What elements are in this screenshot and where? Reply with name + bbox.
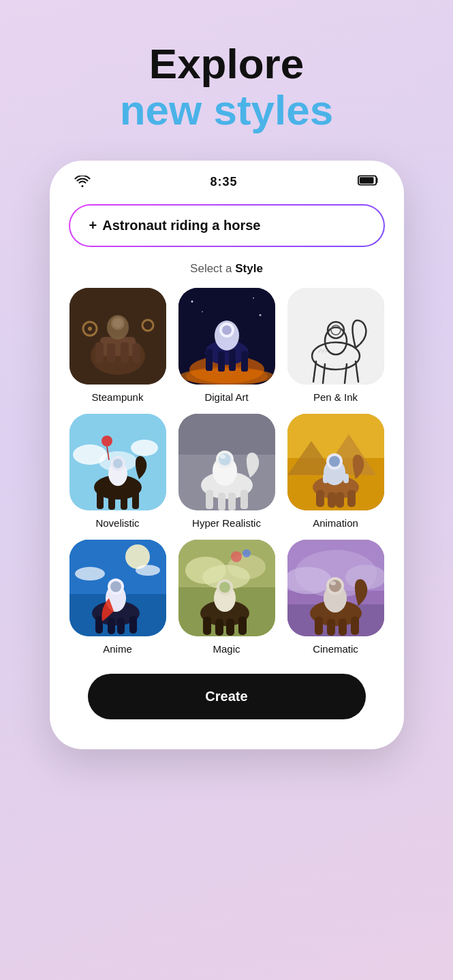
svg-rect-5 bbox=[95, 342, 104, 363]
create-button[interactable]: Create bbox=[88, 674, 366, 719]
svg-rect-74 bbox=[328, 492, 336, 508]
svg-rect-1 bbox=[359, 178, 373, 184]
style-item-anime[interactable]: Anime bbox=[69, 540, 167, 655]
svg-rect-117 bbox=[315, 617, 323, 635]
status-bar: 8:35 bbox=[50, 161, 404, 197]
phone-content: + Astronaut riding a horse Select a Styl… bbox=[50, 197, 404, 722]
hero-line2: new styles bbox=[120, 87, 334, 133]
hero-line1: Explore bbox=[120, 41, 334, 87]
svg-rect-118 bbox=[327, 619, 335, 636]
style-item-hyper-realistic[interactable]: Hyper Realistic bbox=[178, 414, 276, 529]
svg-point-54 bbox=[113, 459, 123, 468]
svg-point-18 bbox=[179, 368, 275, 385]
svg-rect-80 bbox=[323, 474, 328, 483]
svg-rect-106 bbox=[238, 617, 247, 635]
style-item-magic[interactable]: Magic bbox=[178, 540, 276, 655]
style-img-novelistic bbox=[69, 414, 166, 510]
wifi-icon bbox=[74, 176, 91, 188]
svg-point-55 bbox=[101, 436, 112, 446]
style-img-cinematic bbox=[287, 540, 384, 636]
svg-point-11 bbox=[113, 318, 123, 328]
svg-rect-6 bbox=[107, 344, 115, 363]
style-item-animation[interactable]: Animation bbox=[287, 414, 385, 529]
svg-rect-48 bbox=[97, 490, 104, 509]
svg-point-67 bbox=[220, 455, 225, 459]
svg-rect-103 bbox=[203, 617, 211, 635]
style-item-steampunk[interactable]: Steampunk bbox=[69, 288, 167, 403]
svg-rect-91 bbox=[129, 616, 137, 634]
svg-point-27 bbox=[191, 301, 193, 303]
svg-point-28 bbox=[253, 297, 254, 299]
battery-icon bbox=[358, 174, 379, 189]
prompt-text: Astronaut riding a horse bbox=[102, 218, 260, 233]
svg-point-85 bbox=[75, 567, 105, 581]
svg-rect-63 bbox=[240, 490, 248, 509]
svg-rect-120 bbox=[351, 617, 359, 635]
svg-rect-62 bbox=[228, 493, 236, 510]
svg-rect-49 bbox=[108, 492, 115, 510]
svg-rect-69 bbox=[287, 414, 384, 458]
svg-point-124 bbox=[330, 581, 336, 585]
style-item-digital-art[interactable]: Digital Art bbox=[178, 288, 276, 403]
style-label-digital-art: Digital Art bbox=[204, 391, 248, 403]
svg-rect-4 bbox=[100, 337, 136, 356]
svg-rect-8 bbox=[132, 344, 140, 363]
svg-rect-88 bbox=[95, 616, 103, 634]
svg-rect-119 bbox=[339, 619, 347, 636]
style-img-animation bbox=[287, 414, 384, 510]
style-item-cinematic[interactable]: Cinematic bbox=[287, 540, 385, 655]
svg-rect-60 bbox=[206, 490, 213, 509]
svg-point-86 bbox=[136, 565, 160, 576]
svg-point-109 bbox=[219, 582, 230, 593]
status-time: 8:35 bbox=[210, 175, 237, 189]
style-item-pen-ink[interactable]: Pen & Ink bbox=[287, 288, 385, 403]
svg-point-26 bbox=[222, 325, 232, 335]
hero-section: Explore new styles bbox=[120, 41, 334, 161]
svg-rect-73 bbox=[316, 490, 324, 507]
style-img-magic bbox=[178, 540, 275, 636]
svg-rect-22 bbox=[229, 349, 236, 371]
svg-point-94 bbox=[110, 581, 121, 592]
styles-grid: Steampunk bbox=[69, 288, 385, 655]
svg-rect-90 bbox=[117, 618, 125, 634]
style-img-hyper-realistic bbox=[178, 414, 275, 510]
svg-point-45 bbox=[131, 440, 158, 456]
svg-rect-23 bbox=[241, 351, 248, 372]
style-label-pen-ink: Pen & Ink bbox=[313, 391, 358, 403]
svg-rect-104 bbox=[215, 619, 223, 636]
style-label-steampunk: Steampunk bbox=[92, 391, 144, 403]
svg-rect-76 bbox=[347, 490, 356, 507]
svg-point-123 bbox=[329, 580, 341, 592]
style-label-animation: Animation bbox=[313, 517, 358, 529]
prompt-plus-icon: + bbox=[89, 218, 97, 233]
svg-point-101 bbox=[243, 549, 251, 557]
label-plain: Select a bbox=[190, 262, 235, 275]
phone-frame: 8:35 + Astronaut riding a horse Select a… bbox=[50, 161, 404, 749]
svg-rect-50 bbox=[121, 492, 127, 510]
style-label-anime: Anime bbox=[103, 643, 132, 655]
style-label-cinematic: Cinematic bbox=[313, 643, 358, 655]
style-img-anime bbox=[69, 540, 166, 636]
style-label-novelistic: Novelistic bbox=[95, 517, 139, 529]
style-item-novelistic[interactable]: Novelistic bbox=[69, 414, 167, 529]
svg-rect-51 bbox=[132, 490, 139, 509]
svg-rect-61 bbox=[218, 493, 225, 510]
style-img-digital-art bbox=[178, 288, 275, 385]
svg-point-30 bbox=[259, 314, 261, 316]
svg-rect-7 bbox=[121, 342, 129, 363]
style-img-pen-ink bbox=[287, 288, 384, 385]
style-img-steampunk bbox=[69, 288, 166, 385]
svg-point-29 bbox=[202, 311, 203, 312]
hero-title: Explore new styles bbox=[120, 41, 334, 133]
svg-point-100 bbox=[231, 551, 242, 562]
create-button-wrap: Create bbox=[69, 674, 385, 722]
svg-rect-75 bbox=[336, 492, 344, 508]
svg-point-79 bbox=[329, 456, 340, 467]
svg-point-14 bbox=[88, 327, 92, 331]
prompt-bar[interactable]: + Astronaut riding a horse bbox=[69, 204, 385, 247]
svg-rect-89 bbox=[108, 618, 115, 634]
svg-rect-81 bbox=[343, 474, 349, 483]
style-label-magic: Magic bbox=[213, 643, 240, 655]
svg-rect-21 bbox=[218, 351, 225, 372]
label-bold: Style bbox=[235, 262, 263, 275]
